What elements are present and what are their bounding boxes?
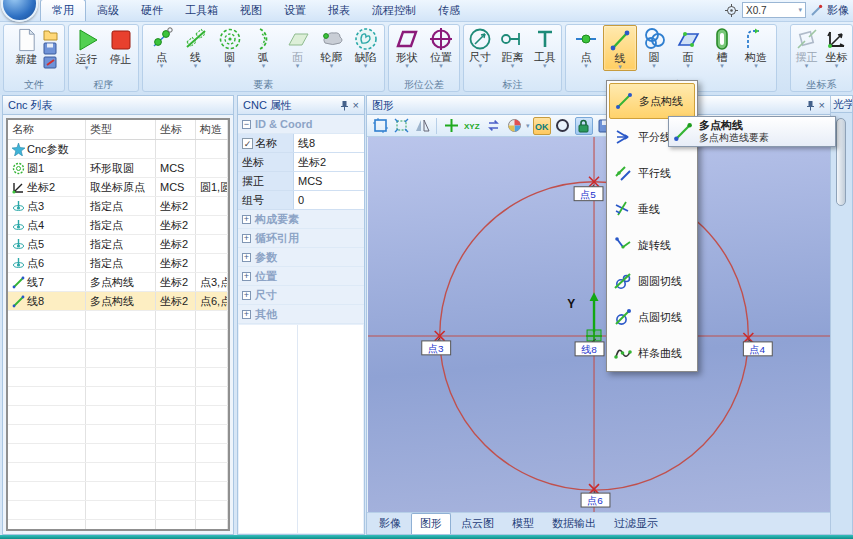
- property-row-group-no[interactable]: 组号 0: [238, 191, 364, 210]
- mirror-icon[interactable]: [413, 117, 431, 135]
- table-row[interactable]: 线7多点构线坐标2点3,点4: [8, 273, 228, 292]
- tab-settings[interactable]: 设置: [273, 0, 317, 21]
- element-arc-button[interactable]: 弧▾: [247, 25, 281, 69]
- menu-item-spline-curve[interactable]: 样条曲线: [609, 335, 695, 371]
- graphics-canvas[interactable]: Y 点5 点3 点4 点6 线8: [368, 137, 830, 512]
- tab-toolbox[interactable]: 工具箱: [174, 0, 229, 21]
- tab-hardware[interactable]: 硬件: [130, 0, 174, 21]
- tab-optical[interactable]: 光学: [831, 96, 852, 113]
- tab-image-view[interactable]: 影像: [371, 514, 409, 534]
- crop-icon[interactable]: [371, 117, 389, 135]
- new-button[interactable]: 新建: [11, 25, 43, 65]
- close-icon[interactable]: ×: [819, 99, 825, 111]
- gdt-form-button[interactable]: 形状▾: [390, 25, 424, 69]
- table-row[interactable]: 点3指定点坐标2: [8, 197, 228, 216]
- app-orb-button[interactable]: [1, 0, 38, 22]
- property-group[interactable]: +位置: [238, 267, 364, 286]
- table-row[interactable]: Cnc参数: [8, 140, 228, 159]
- property-group[interactable]: +参数: [238, 248, 364, 267]
- parallel-line-icon: [613, 164, 633, 182]
- property-group-expanded[interactable]: − ID & Coord: [238, 115, 364, 134]
- ok-confirm-icon[interactable]: OK: [533, 117, 551, 135]
- construct-plane-button[interactable]: 面▾: [671, 25, 705, 69]
- menu-item-parallel-line[interactable]: 平行线: [609, 155, 695, 191]
- tab-pointcloud-view[interactable]: 点云图: [453, 514, 502, 534]
- construct-point-button[interactable]: 点▾: [569, 25, 603, 69]
- gdt-position-button[interactable]: 位置▾: [424, 25, 458, 69]
- menu-item-perpendicular-line[interactable]: 垂线: [609, 191, 695, 227]
- save-as-icon[interactable]: [43, 56, 58, 69]
- pin-icon[interactable]: [806, 100, 815, 111]
- color-wheel-icon[interactable]: [505, 117, 523, 135]
- construct-generic-button[interactable]: 构造▾: [739, 25, 773, 69]
- tool-button[interactable]: 工具▾: [529, 25, 561, 69]
- run-button[interactable]: 运行 ▾: [70, 25, 104, 71]
- empty-table-row: [8, 463, 228, 482]
- element-plane-button[interactable]: 面▾: [281, 25, 315, 69]
- menu-item-point-circle-tangent[interactable]: 点圆切线: [609, 299, 695, 335]
- pin-icon[interactable]: [340, 100, 349, 111]
- coordinate-button[interactable]: 坐标▾: [822, 25, 852, 69]
- zoom-slider[interactable]: [836, 118, 846, 206]
- fit-view-icon[interactable]: [392, 117, 410, 135]
- expand-icon: +: [242, 253, 251, 262]
- construct-circle-button[interactable]: 圆▾: [637, 25, 671, 69]
- xyz-icon[interactable]: XYZ: [463, 117, 481, 135]
- pen-icon[interactable]: [810, 4, 823, 17]
- tab-report[interactable]: 报表: [317, 0, 361, 21]
- ribbon: 新建 文件 运行 ▾ 停止 程序: [0, 22, 853, 95]
- right-side-strip: 光学: [830, 96, 852, 534]
- tab-flow-control[interactable]: 流程控制: [361, 0, 427, 21]
- zoom-combobox[interactable]: X0.7▾: [742, 2, 806, 18]
- construct-slot-button[interactable]: 槽▾: [705, 25, 739, 69]
- element-contour-button[interactable]: 轮廓▾: [315, 25, 349, 69]
- tab-sensor[interactable]: 传感: [427, 0, 471, 21]
- table-row[interactable]: 坐标2取坐标原点MCS圆1,圆1,...: [8, 178, 228, 197]
- table-row[interactable]: 圆1环形取圆MCS: [8, 159, 228, 178]
- property-row-name[interactable]: ✓名称 线8: [238, 134, 364, 153]
- tab-filter-display[interactable]: 过滤显示: [606, 514, 666, 534]
- tab-advanced[interactable]: 高级: [86, 0, 130, 21]
- group-file: 新建 文件: [3, 24, 65, 92]
- menu-item-rotate-line[interactable]: 旋转线: [609, 227, 695, 263]
- table-row[interactable]: 点4指定点坐标2: [8, 216, 228, 235]
- open-folder-icon[interactable]: [43, 28, 58, 41]
- property-group[interactable]: +尺寸: [238, 286, 364, 305]
- table-row[interactable]: 点5指定点坐标2: [8, 235, 228, 254]
- property-group[interactable]: +构成要素: [238, 210, 364, 229]
- tab-view[interactable]: 视图: [229, 0, 273, 21]
- construct-line-button[interactable]: 线▾: [603, 25, 637, 71]
- element-line-button[interactable]: 线▾: [179, 25, 213, 69]
- tab-home[interactable]: 常用: [40, 0, 86, 21]
- align-button[interactable]: 摆正▾: [792, 25, 822, 69]
- construct-line-icon: [608, 28, 632, 52]
- property-row-coord[interactable]: 坐标 坐标2: [238, 153, 364, 172]
- element-circle-button[interactable]: 圆▾: [213, 25, 247, 69]
- circle-select-icon[interactable]: [554, 117, 572, 135]
- stop-button[interactable]: 停止: [104, 25, 138, 65]
- menu-item-circle-circle-tangent[interactable]: 圆圆切线: [609, 263, 695, 299]
- lock-icon[interactable]: [575, 117, 593, 135]
- tab-graphics-view[interactable]: 图形: [411, 513, 451, 534]
- point4-label: 点4: [750, 344, 766, 355]
- table-row[interactable]: 线8多点构线坐标2点6,点5: [8, 292, 228, 311]
- construct-slot-icon: [710, 27, 734, 51]
- property-row-align[interactable]: 摆正 MCS: [238, 172, 364, 191]
- circle-icon: [12, 162, 25, 175]
- element-defect-button[interactable]: 缺陷▾: [349, 25, 383, 69]
- tab-model-view[interactable]: 模型: [504, 514, 542, 534]
- table-row[interactable]: 点6指定点坐标2: [8, 254, 228, 273]
- chevron-down-icon[interactable]: ▾: [526, 123, 530, 129]
- tab-data-output[interactable]: 数据输出: [544, 514, 604, 534]
- element-point-button[interactable]: 点▾: [145, 25, 179, 69]
- crosshair-plus-icon[interactable]: [442, 117, 460, 135]
- checkbox-checked-icon[interactable]: ✓: [242, 138, 253, 149]
- menu-item-multipoint-line[interactable]: 多点构线: [609, 83, 695, 119]
- close-icon[interactable]: ×: [353, 99, 359, 111]
- dimension-button[interactable]: 尺寸▾: [464, 25, 496, 69]
- save-icon[interactable]: [43, 42, 58, 55]
- swap-arrows-icon[interactable]: [484, 117, 502, 135]
- distance-button[interactable]: 距离▾: [496, 25, 528, 69]
- property-group[interactable]: +其他: [238, 305, 364, 324]
- property-group[interactable]: +循环引用: [238, 229, 364, 248]
